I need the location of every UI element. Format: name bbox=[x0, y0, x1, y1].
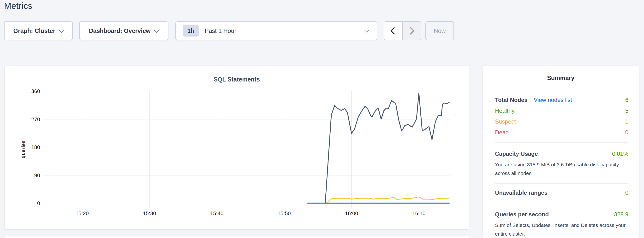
dashboard-dropdown[interactable]: Dashboard: Overview bbox=[79, 21, 168, 40]
queries-per-second-row: Queries per second 328.9 bbox=[495, 211, 628, 219]
chevron-right-icon bbox=[407, 27, 414, 35]
x-tick-label: 15:30 bbox=[143, 210, 156, 216]
queries-per-second-caption: Sum of Selects, Updates, Inserts, and De… bbox=[495, 221, 628, 238]
total-nodes-row: Total Nodes View nodes list 6 bbox=[495, 97, 628, 104]
total-nodes-label: Total Nodes bbox=[495, 97, 528, 103]
y-tick-label: 180 bbox=[31, 144, 40, 150]
view-nodes-list-link[interactable]: View nodes list bbox=[534, 97, 572, 103]
y-axis-label: queries bbox=[21, 133, 26, 166]
series-line-low-yellow bbox=[325, 197, 450, 203]
summary-title: Summary bbox=[482, 74, 639, 81]
time-step-buttons bbox=[384, 21, 421, 40]
next-chart-card bbox=[4, 235, 469, 238]
previous-timeframe-button[interactable] bbox=[384, 22, 402, 40]
capacity-usage-caption: You are using 315.9 MiB of 3.6 TiB usabl… bbox=[495, 160, 628, 178]
capacity-usage-label: Capacity Usage bbox=[495, 151, 538, 157]
divider bbox=[495, 142, 628, 143]
sql-statements-chart[interactable]: 09018027036015:2015:3015:4015:5016:0016:… bbox=[4, 66, 469, 230]
divider bbox=[495, 183, 628, 184]
unavailable-ranges-label: Unavailable ranges bbox=[495, 189, 548, 196]
x-tick-label: 15:50 bbox=[278, 210, 291, 216]
healthy-label: Healthy bbox=[495, 107, 514, 114]
next-timeframe-button[interactable] bbox=[402, 22, 420, 40]
chevron-down-icon bbox=[364, 28, 369, 33]
chevron-down-icon bbox=[58, 27, 64, 33]
graph-dropdown[interactable]: Graph: Cluster bbox=[4, 21, 73, 40]
queries-per-second-value: 328.9 bbox=[614, 211, 628, 218]
x-tick-label: 15:40 bbox=[210, 210, 224, 216]
time-range-badge: 1h bbox=[182, 25, 199, 37]
suspect-nodes-row: Suspect 1 bbox=[495, 118, 628, 126]
y-tick-label: 90 bbox=[34, 172, 40, 178]
page-title: Metrics bbox=[4, 1, 32, 11]
capacity-usage-row: Capacity Usage 0.01% bbox=[495, 151, 628, 158]
x-tick-label: 16:10 bbox=[412, 210, 426, 216]
healthy-nodes-row: Healthy 5 bbox=[495, 107, 628, 115]
metrics-page: { "page": { "title": "Metrics", "backgro… bbox=[0, 0, 644, 238]
x-tick-label: 15:20 bbox=[76, 210, 89, 216]
dead-label: Dead bbox=[495, 129, 509, 136]
series-line-main-navy bbox=[325, 93, 450, 203]
y-tick-label: 0 bbox=[37, 200, 40, 206]
time-range-selector[interactable]: 1h Past 1 Hour bbox=[176, 21, 377, 40]
dashboard-dropdown-label: Dashboard: Overview bbox=[89, 27, 150, 34]
now-button[interactable]: Now bbox=[426, 21, 454, 40]
suspect-value: 1 bbox=[625, 118, 628, 125]
graph-dropdown-label: Graph: Cluster bbox=[13, 27, 55, 34]
capacity-usage-value: 0.01% bbox=[612, 151, 628, 157]
chevron-left-icon bbox=[390, 27, 398, 35]
suspect-label: Suspect bbox=[495, 118, 516, 125]
summary-panel: Summary Total Nodes View nodes list 6 He… bbox=[482, 66, 639, 238]
chevron-down-icon bbox=[154, 27, 160, 33]
y-tick-label: 270 bbox=[31, 116, 40, 122]
dead-value: 0 bbox=[625, 129, 628, 136]
divider bbox=[495, 204, 628, 204]
healthy-value: 5 bbox=[625, 107, 628, 114]
sql-statements-card: 09018027036015:2015:3015:4015:5016:0016:… bbox=[4, 66, 469, 229]
time-range-label: Past 1 Hour bbox=[205, 27, 236, 34]
x-tick-label: 16:00 bbox=[345, 210, 358, 216]
unavailable-ranges-row: Unavailable ranges 0 bbox=[495, 189, 628, 197]
total-nodes-value: 6 bbox=[625, 97, 628, 103]
chart-title[interactable]: SQL Statements bbox=[214, 76, 260, 85]
dead-nodes-row: Dead 0 bbox=[495, 129, 628, 137]
y-tick-label: 360 bbox=[31, 88, 40, 94]
queries-per-second-label: Queries per second bbox=[495, 211, 549, 218]
unavailable-ranges-value: 0 bbox=[625, 189, 628, 196]
